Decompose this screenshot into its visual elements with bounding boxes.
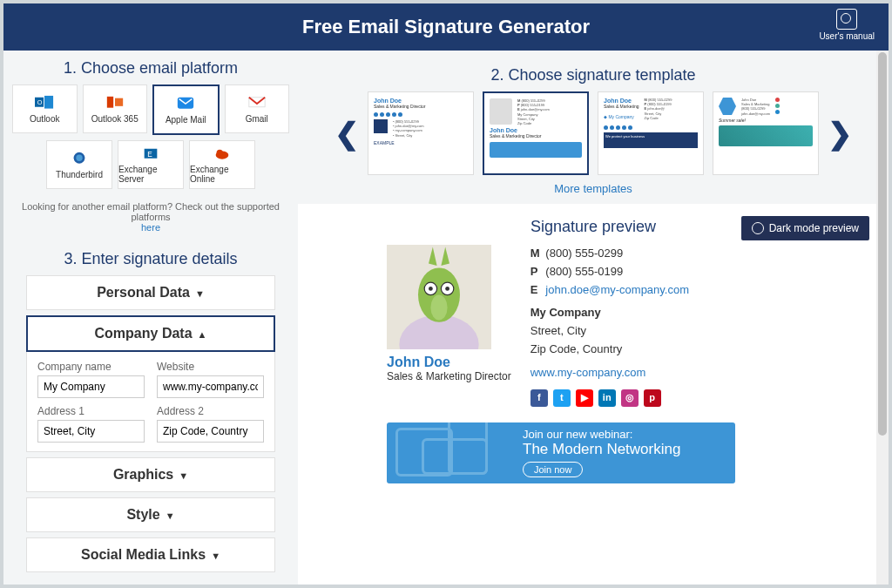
svg-point-12 bbox=[217, 149, 223, 155]
platform-exchange-online[interactable]: Exchange Online bbox=[189, 140, 255, 189]
svg-point-18 bbox=[429, 287, 433, 291]
preview-name: John Doe bbox=[387, 355, 511, 370]
social-icon[interactable]: f bbox=[530, 389, 548, 407]
label-address2: Address 2 bbox=[157, 405, 264, 417]
step3-title: 3. Enter signature details bbox=[3, 250, 298, 268]
accordion-company-data[interactable]: Company Data▲ bbox=[26, 315, 275, 352]
preview-socials: ft▶in◎p bbox=[530, 389, 689, 407]
caret-down-icon: ▼ bbox=[179, 470, 188, 481]
label-website: Website bbox=[157, 361, 264, 373]
platform-thunderbird[interactable]: Thunderbird bbox=[46, 140, 112, 189]
template-card-2[interactable]: M (800) 555-0299P (800) 555-0199E john.d… bbox=[483, 91, 589, 175]
manual-icon bbox=[836, 9, 857, 30]
banner-join-button[interactable]: Join now bbox=[523, 462, 583, 477]
step2-title: 2. Choose signature template bbox=[307, 66, 880, 84]
caret-down-icon: ▼ bbox=[166, 510, 175, 521]
template-card-1[interactable]: John DoeSales & Marketing Director • (80… bbox=[368, 91, 474, 175]
social-icon[interactable]: t bbox=[553, 389, 571, 407]
preview-website: www.my-company.com bbox=[530, 364, 689, 382]
label-address1: Address 1 bbox=[37, 405, 145, 417]
social-icon[interactable]: ▶ bbox=[576, 389, 593, 407]
dark-mode-preview-button[interactable]: Dark mode preview bbox=[741, 216, 869, 240]
caret-down-icon: ▼ bbox=[195, 288, 205, 299]
users-manual-button[interactable]: User's manual bbox=[819, 9, 875, 41]
more-templates-link[interactable]: More templates bbox=[554, 182, 632, 195]
preview-phone: (800) 555-0199 bbox=[545, 265, 623, 278]
accordion-style[interactable]: Style▼ bbox=[26, 497, 275, 532]
input-address2[interactable] bbox=[157, 420, 264, 443]
svg-rect-3 bbox=[107, 97, 113, 108]
svg-point-8 bbox=[76, 155, 82, 161]
moon-icon bbox=[752, 222, 764, 234]
template-prev-button[interactable]: ❮ bbox=[334, 116, 359, 151]
template-card-4[interactable]: John DoeSales & Marketing(800) 555-0299j… bbox=[713, 91, 819, 175]
template-next-button[interactable]: ❯ bbox=[828, 116, 852, 151]
preview-addr2: Zip Code, Country bbox=[530, 341, 689, 359]
accordion-personal-data[interactable]: Personal Data▼ bbox=[26, 275, 275, 310]
svg-point-19 bbox=[445, 287, 449, 291]
preview-photo bbox=[387, 245, 491, 349]
step1-title: 1. Choose email platform bbox=[3, 59, 298, 78]
supported-platforms-link[interactable]: here bbox=[141, 222, 160, 233]
platform-gmail[interactable]: Gmail bbox=[225, 84, 290, 133]
caret-up-icon: ▲ bbox=[198, 329, 207, 340]
social-icon[interactable]: ◎ bbox=[621, 389, 639, 407]
preview-company: My Company bbox=[530, 306, 601, 319]
svg-text:E: E bbox=[147, 151, 152, 159]
input-website[interactable] bbox=[157, 375, 264, 398]
company-data-fields: Company name Website Address 1 Address 2 bbox=[26, 352, 275, 452]
svg-text:O: O bbox=[37, 98, 43, 106]
platform-outlook[interactable]: OOutlook bbox=[12, 84, 78, 133]
template-card-3[interactable]: John DoeSales & Marketing◆ My Company M … bbox=[598, 91, 704, 175]
svg-rect-1 bbox=[44, 96, 53, 109]
preview-banner: Join our new webinar: The Modern Network… bbox=[387, 422, 735, 483]
svg-point-20 bbox=[430, 295, 447, 321]
app-title: Free Email Signature Generator bbox=[302, 16, 590, 38]
input-company-name[interactable] bbox=[37, 375, 145, 398]
platform-exchange-server[interactable]: EExchange Server bbox=[118, 140, 184, 189]
scrollbar[interactable] bbox=[876, 51, 889, 585]
input-address1[interactable] bbox=[37, 420, 145, 443]
scrollbar-thumb[interactable] bbox=[878, 52, 887, 436]
svg-rect-4 bbox=[115, 98, 123, 106]
preview-role: Sales & Marketing Director bbox=[387, 370, 511, 382]
app-header: Free Email Signature Generator User's ma… bbox=[3, 3, 889, 51]
remember-row: Remember my details | Clear bbox=[26, 585, 275, 588]
accordion-social-media[interactable]: Social Media Links▼ bbox=[26, 537, 275, 572]
platform-apple-mail[interactable]: Apple Mail bbox=[152, 84, 220, 135]
preview-addr1: Street, City bbox=[530, 322, 689, 341]
platform-grid: OOutlook Outlook 365 Apple Mail Gmail Th… bbox=[3, 84, 298, 194]
social-icon[interactable]: in bbox=[598, 389, 616, 407]
social-icon[interactable]: p bbox=[644, 389, 661, 407]
preview-mobile: (800) 555-0299 bbox=[545, 247, 623, 260]
signature-preview: John Doe Sales & Marketing Director M (8… bbox=[387, 245, 869, 407]
accordion-graphics[interactable]: Graphics▼ bbox=[26, 457, 275, 492]
platform-note: Looking for another email platform? Chec… bbox=[14, 201, 287, 233]
caret-down-icon: ▼ bbox=[211, 551, 220, 561]
platform-outlook365[interactable]: Outlook 365 bbox=[83, 84, 148, 133]
preview-email: john.doe@my-company.com bbox=[545, 283, 689, 296]
label-company-name: Company name bbox=[37, 361, 145, 373]
